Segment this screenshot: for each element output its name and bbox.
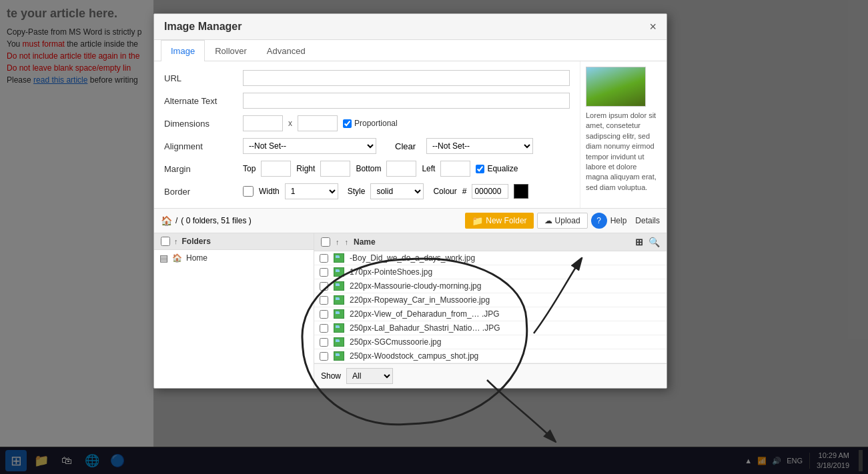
name-header: Name (354, 237, 376, 247)
files-panel: ↑ ↑ Name ⊞ 🔍 -Boy_Did_we_do_a_days_work.… (314, 233, 667, 388)
file-checkbox[interactable] (320, 338, 328, 347)
files-header: ↑ ↑ Name ⊞ 🔍 (314, 233, 667, 251)
border-checkbox[interactable] (243, 186, 254, 197)
files-select-all[interactable] (321, 237, 330, 247)
home-folder-label: Home (186, 253, 207, 263)
breadcrumb-separator: / (175, 216, 177, 225)
proportional-label: Proportional (343, 119, 398, 128)
file-checkbox[interactable] (320, 324, 328, 333)
file-row[interactable]: 220px-View_of_Deharadun_from_… .JPG (314, 307, 667, 321)
file-row[interactable]: -Boy_Did_we_do_a_days_work.jpg (314, 251, 667, 265)
file-row[interactable]: 250px-Woodstock_campus_shot.jpg (314, 349, 667, 363)
upload-button[interactable]: ☁ Upload (537, 213, 588, 229)
dialog-header: Image Manager × (154, 14, 667, 40)
tab-rollover[interactable]: Rollover (205, 40, 257, 61)
breadcrumb-bar: 🏠 / ( 0 folders, 51 files ) 📁 New Folder… (154, 208, 667, 233)
margin-row: Margin Top Right Bottom Left Equaliz (164, 160, 570, 177)
show-row: Show All Images Files (314, 363, 667, 388)
border-row: Border Width 1 2 3 Style solid d (164, 183, 570, 200)
show-select[interactable]: All Images Files (346, 368, 393, 384)
file-image-icon (334, 281, 344, 291)
margin-top-input[interactable] (261, 161, 291, 177)
width-label: Width (259, 187, 280, 196)
show-label: Show (321, 371, 341, 381)
colour-label: Colour (433, 187, 456, 196)
tab-advanced[interactable]: Advanced (257, 40, 316, 61)
grid-view-icon[interactable]: ⊞ (635, 237, 643, 247)
home-folder-item[interactable]: ▤ 🏠 Home (154, 250, 314, 266)
details-label: Details (635, 216, 660, 225)
alignment-row: Alignment --Not Set-- Left Center Right … (164, 137, 570, 155)
help-button[interactable]: ? (591, 213, 607, 229)
sort-up-icon[interactable]: ↑ (174, 237, 178, 245)
new-folder-button[interactable]: 📁 New Folder (465, 213, 533, 229)
colour-swatch[interactable] (514, 184, 528, 199)
preview-image (586, 67, 646, 107)
file-name: 220px-Ropeway_Car_in_Mussoorie.jpg (350, 295, 490, 305)
file-image-icon (334, 309, 344, 319)
folder-icon: 📁 (472, 215, 483, 226)
border-width-select[interactable]: 1 2 3 (285, 183, 338, 199)
breadcrumb-info: ( 0 folders, 51 files ) (181, 216, 251, 225)
file-checkbox[interactable] (320, 310, 328, 319)
style-label: Style (348, 187, 366, 196)
file-checkbox[interactable] (320, 296, 328, 305)
file-checkbox[interactable] (320, 268, 328, 277)
url-row: URL (164, 69, 570, 87)
sort-down-icon-files[interactable]: ↑ (345, 238, 349, 246)
tab-image[interactable]: Image (161, 40, 205, 61)
border-style-select[interactable]: solid dashed dotted (370, 183, 424, 199)
colour-input[interactable] (472, 184, 508, 199)
file-name: 170px-PointeShoes.jpg (350, 267, 432, 277)
clear-select[interactable]: --Not Set-- Left Right Both (426, 138, 533, 154)
file-row[interactable]: 250px-Lal_Bahadur_Shastri_Natio… .JPG (314, 321, 667, 335)
alt-text-label: Alternate Text (164, 96, 238, 106)
alt-text-input[interactable] (243, 93, 570, 109)
margin-label: Margin (164, 164, 238, 174)
margin-bottom-input[interactable] (386, 161, 416, 177)
file-checkbox[interactable] (320, 282, 328, 291)
left-label: Left (422, 164, 435, 173)
folders-select-all[interactable] (161, 237, 170, 246)
file-image-icon (334, 323, 344, 333)
alignment-select[interactable]: --Not Set-- Left Center Right (243, 138, 376, 154)
file-row[interactable]: 220px-Ropeway_Car_in_Mussoorie.jpg (314, 293, 667, 307)
folders-panel: ↑ Folders ▤ 🏠 Home (154, 233, 314, 388)
margin-left-input[interactable] (440, 161, 470, 177)
tab-bar: Image Rollover Advanced (154, 40, 667, 61)
width-input[interactable] (243, 115, 283, 131)
sort-up-icon-files[interactable]: ↑ (336, 238, 340, 246)
file-image-icon (334, 253, 344, 263)
border-label: Border (164, 187, 238, 197)
equalize-checkbox[interactable] (476, 165, 484, 173)
folders-label: Folders (182, 237, 211, 246)
margin-right-input[interactable] (320, 161, 350, 177)
dialog-body: URL Alternate Text Dimensions x (154, 61, 667, 388)
form-area: URL Alternate Text Dimensions x (154, 61, 580, 208)
file-name: 220px-View_of_Deharadun_from_… .JPG (350, 309, 500, 319)
right-label: Right (296, 164, 315, 173)
dimensions-label: Dimensions (164, 119, 238, 129)
dimension-x: x (288, 119, 292, 128)
file-checkbox[interactable] (320, 254, 328, 263)
file-image-icon (334, 337, 344, 347)
file-checkbox[interactable] (320, 352, 328, 361)
file-row[interactable]: 250px-SGCmussoorie.jpg (314, 335, 667, 349)
url-label: URL (164, 73, 238, 83)
clear-label: Clear (395, 141, 416, 151)
file-name: -Boy_Did_we_do_a_days_work.jpg (350, 253, 475, 263)
close-button[interactable]: × (649, 21, 657, 33)
expand-icon[interactable]: ▤ (159, 253, 168, 263)
help-label: Help (610, 216, 627, 225)
file-row[interactable]: 170px-PointeShoes.jpg (314, 265, 667, 279)
equalize-label: Equalize (476, 164, 518, 173)
url-input[interactable] (243, 70, 570, 86)
home-icon[interactable]: 🏠 (161, 215, 172, 226)
search-icon[interactable]: 🔍 (648, 237, 660, 247)
alignment-label: Alignment (164, 141, 238, 151)
proportional-checkbox[interactable] (343, 119, 352, 128)
file-image-icon (334, 267, 344, 277)
colour-hash: # (462, 187, 467, 196)
height-input[interactable] (298, 115, 338, 131)
file-row[interactable]: 220px-Massourie-cloudy-morning.jpg (314, 279, 667, 293)
